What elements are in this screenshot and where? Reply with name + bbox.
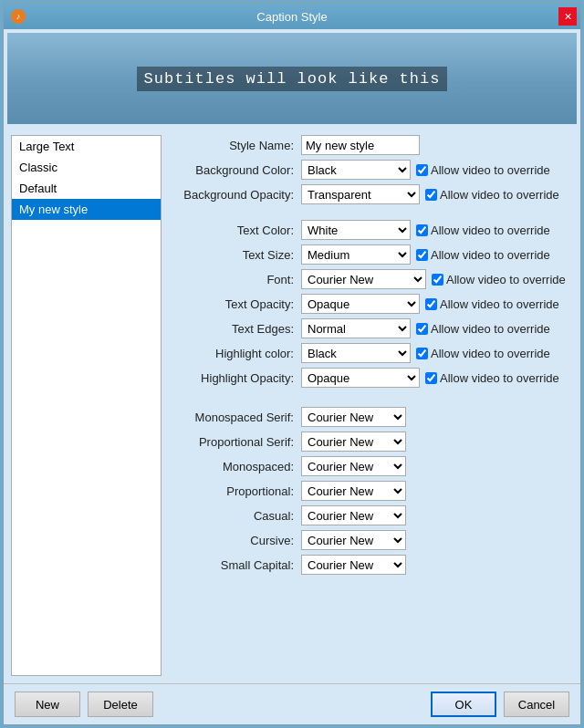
proportional-row: Proportional: Courier NewArial [169,481,573,501]
style-name-input[interactable] [301,135,420,155]
background-color-override[interactable]: Allow video to override [416,163,550,177]
text-edges-select[interactable]: NormalRaisedDepressedUniformDrop Shadow [301,318,411,338]
proportional-serif-select[interactable]: Courier NewArial [301,432,406,452]
casual-label: Casual: [169,509,301,523]
cursive-row: Cursive: Courier NewArial [169,530,573,550]
content-area: Large Text Classic Default My new style … [4,128,580,683]
highlight-opacity-select[interactable]: OpaqueTransparentSemi-Transparent [301,368,420,388]
highlight-opacity-override-checkbox[interactable] [425,372,437,384]
highlight-opacity-control: OpaqueTransparentSemi-Transparent Allow … [301,368,573,388]
close-button[interactable]: ✕ [558,7,577,26]
monospaced-control: Courier NewArial [301,456,573,476]
background-opacity-row: Background Opacity: TransparentOpaqueSem… [169,184,573,204]
text-color-label: Text Color: [169,224,301,237]
casual-control: Courier NewArial [301,505,573,525]
background-opacity-override[interactable]: Allow video to override [425,188,559,202]
highlight-color-row: Highlight color: BlackWhiteRed Allow vid… [169,343,573,363]
font-override-checkbox[interactable] [432,274,443,286]
style-name-control [301,135,573,155]
proportional-serif-row: Proportional Serif: Courier NewArial [169,432,573,452]
monospaced-select[interactable]: Courier NewArial [301,456,406,476]
text-size-control: SmallMediumLarge Allow video to override [301,244,573,265]
bottom-bar: New Delete OK Cancel [4,683,580,724]
app-icon: ♪ [11,9,26,24]
text-color-override[interactable]: Allow video to override [416,224,550,237]
text-color-row: Text Color: WhiteBlackRedGreen Allow vid… [169,220,573,240]
window-title: Caption Style [256,10,327,24]
cursive-select[interactable]: Courier NewArial [301,530,406,550]
text-opacity-control: OpaqueTransparentSemi-Transparent Allow … [301,294,573,314]
casual-select[interactable]: Courier NewArial [301,505,406,525]
preview-text: Subtitles will look like this [137,67,448,91]
list-item-my-new-style[interactable]: My new style [12,199,161,220]
small-capital-label: Small Capital: [169,558,301,572]
new-button[interactable]: New [15,692,80,717]
cancel-button[interactable]: Cancel [504,692,569,717]
background-opacity-control: TransparentOpaqueSemi-Transparent Allow … [301,184,573,204]
text-color-override-checkbox[interactable] [416,224,428,236]
list-item-large-text[interactable]: Large Text [12,136,161,157]
background-color-label: Background Color: [169,163,301,177]
font-label: Font: [169,273,301,286]
cursive-label: Cursive: [169,534,301,547]
left-buttons: New Delete [15,692,153,717]
highlight-opacity-override[interactable]: Allow video to override [425,371,559,385]
list-item-default[interactable]: Default [12,178,161,199]
proportional-control: Courier NewArial [301,481,573,501]
settings-panel: Style Name: Background Color: BlackWhite… [169,135,573,676]
text-edges-control: NormalRaisedDepressedUniformDrop Shadow … [301,318,573,338]
monospaced-serif-control: Courier NewArial [301,407,573,427]
highlight-color-select[interactable]: BlackWhiteRed [301,343,411,363]
text-size-label: Text Size: [169,248,301,262]
monospaced-label: Monospaced: [169,460,301,473]
proportional-select[interactable]: Courier NewArial [301,481,406,501]
text-edges-override[interactable]: Allow video to override [416,322,550,336]
font-select[interactable]: Courier NewArialTimes New Roman [301,269,426,289]
caption-style-window: ♪ Caption Style ✕ Subtitles will look li… [3,3,581,725]
text-size-row: Text Size: SmallMediumLarge Allow video … [169,244,573,265]
small-capital-select[interactable]: Courier NewArial [301,555,406,575]
text-size-select[interactable]: SmallMediumLarge [301,244,411,265]
subtitle-preview: Subtitles will look like this [7,33,577,124]
background-opacity-override-checkbox[interactable] [425,189,437,201]
small-capital-row: Small Capital: Courier NewArial [169,555,573,575]
monospaced-row: Monospaced: Courier NewArial [169,456,573,476]
ok-button[interactable]: OK [431,692,496,717]
background-color-row: Background Color: BlackWhiteRedGreenBlue… [169,160,573,180]
text-color-select[interactable]: WhiteBlackRedGreen [301,220,411,240]
right-buttons: OK Cancel [431,692,569,717]
proportional-serif-control: Courier NewArial [301,432,573,452]
text-opacity-label: Text Opacity: [169,297,301,311]
delete-button[interactable]: Delete [88,692,153,717]
font-row: Font: Courier NewArialTimes New Roman Al… [169,269,573,289]
background-color-control: BlackWhiteRedGreenBlue Allow video to ov… [301,160,573,180]
text-edges-override-checkbox[interactable] [416,323,428,335]
list-item-classic[interactable]: Classic [12,157,161,178]
highlight-opacity-label: Highlight Opacity: [169,371,301,385]
proportional-label: Proportional: [169,484,301,498]
background-color-override-checkbox[interactable] [416,164,428,176]
monospaced-serif-label: Monospaced Serif: [169,411,301,424]
title-bar: ♪ Caption Style ✕ [4,4,580,29]
text-opacity-override-checkbox[interactable] [425,298,437,310]
highlight-opacity-row: Highlight Opacity: OpaqueTransparentSemi… [169,368,573,388]
text-size-override[interactable]: Allow video to override [416,248,550,262]
text-edges-row: Text Edges: NormalRaisedDepressedUniform… [169,318,573,338]
style-name-label: Style Name: [169,139,301,152]
text-opacity-row: Text Opacity: OpaqueTransparentSemi-Tran… [169,294,573,314]
text-size-override-checkbox[interactable] [416,249,428,261]
text-opacity-select[interactable]: OpaqueTransparentSemi-Transparent [301,294,420,314]
background-color-select[interactable]: BlackWhiteRedGreenBlue [301,160,411,180]
monospaced-serif-select[interactable]: Courier NewArial [301,407,406,427]
highlight-color-override[interactable]: Allow video to override [416,347,550,360]
text-color-control: WhiteBlackRedGreen Allow video to overri… [301,220,573,240]
font-override[interactable]: Allow video to override [432,273,566,286]
background-opacity-label: Background Opacity: [169,188,301,202]
cursive-control: Courier NewArial [301,530,573,550]
highlight-color-control: BlackWhiteRed Allow video to override [301,343,573,363]
divider1 [169,209,573,220]
casual-row: Casual: Courier NewArial [169,505,573,525]
text-opacity-override[interactable]: Allow video to override [425,297,559,311]
highlight-color-override-checkbox[interactable] [416,348,428,359]
background-opacity-select[interactable]: TransparentOpaqueSemi-Transparent [301,184,420,204]
